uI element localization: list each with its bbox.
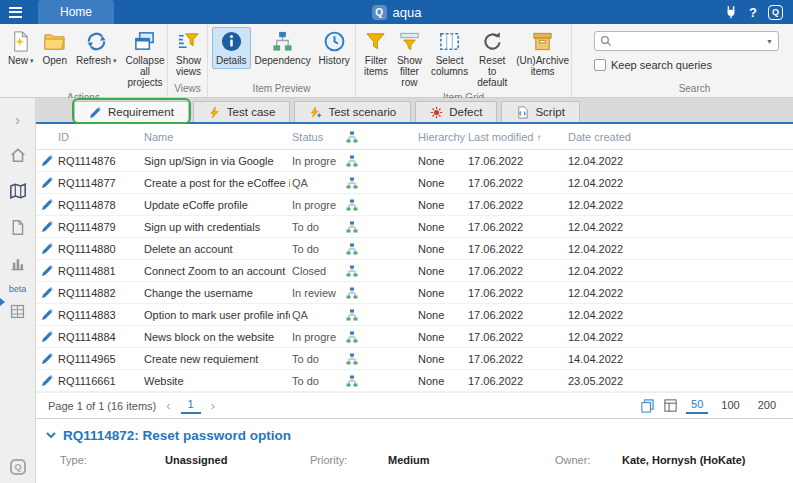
cell-hierarchy: None [416,155,466,167]
field-label-type: Type: [60,454,87,466]
column-header-name[interactable]: Name [142,131,290,143]
sidebar-item-grid-beta[interactable] [0,296,36,326]
show-filter-row-button[interactable]: Show filter row [393,27,426,92]
item-detail-panel: RQ1114872: Reset password option Type: U… [36,418,793,483]
column-header-status[interactable]: Status [290,131,336,143]
tab-requirement[interactable]: Requirement [74,101,189,122]
cell-status: In progress [290,331,336,343]
cards-view-icon[interactable] [640,398,655,413]
sidebar-item-requirements[interactable] [0,176,36,206]
cell-name: Create a post for the eCoffee invitation [142,177,290,189]
cell-name: Sign up with credentials [142,221,290,233]
next-page-icon[interactable]: › [209,398,217,413]
select-columns-button[interactable]: Select columns [427,27,472,80]
sidebar-item-home[interactable] [0,140,36,170]
aqua-app-icon[interactable]: Q [768,5,783,20]
requirement-icon [89,106,102,119]
menu-icon[interactable] [0,7,30,18]
collapse-all-projects-button[interactable]: Collapse all projects [122,27,169,92]
cell-id: RQ1114884 [56,331,142,343]
sidebar-item-reports[interactable] [0,248,36,278]
open-button[interactable]: Open [39,27,71,69]
cell-id: RQ1114880 [56,243,142,255]
keep-search-queries-checkbox[interactable] [594,59,606,71]
cell-id: RQ1114877 [56,177,142,189]
show-views-button[interactable]: Show views [172,27,205,80]
tab-test-scenario[interactable]: Test scenario [294,101,411,122]
pagination-summary: Page 1 of 1 (16 items) [48,400,156,412]
cell-hierarchy: None [416,331,466,343]
column-header-hierarchy[interactable]: Hierarchy [416,131,466,143]
page-size-200[interactable]: 200 [753,399,781,413]
table-row[interactable]: RQ1114876Sign up/Sign in via GoogleIn pr… [36,150,793,172]
tab-defect[interactable]: Defect [415,101,497,122]
column-header-last-modified[interactable]: Last modified↑ [466,131,566,143]
detail-title-row[interactable]: RQ1114872: Reset password option [46,428,793,443]
table-row[interactable]: RQ1116661WebsiteTo doNone17.06.202223.05… [36,370,793,392]
table-row[interactable]: RQ1114881Connect Zoom to an accountClose… [36,260,793,282]
dependency-icon [336,353,416,365]
cell-date-created: 12.04.2022 [566,199,678,211]
search-input-box[interactable]: ▼ [594,31,779,51]
page-size-100[interactable]: 100 [716,399,744,413]
column-header-dependency[interactable] [336,131,416,143]
cell-status: In progress [290,199,336,211]
dependency-icon [336,265,416,277]
unarchive-items-button[interactable]: (Un)Archive items [512,27,573,80]
table-row[interactable]: RQ1114877Create a post for the eCoffee i… [36,172,793,194]
new-button[interactable]: New▾ [4,27,38,69]
sidebar-expand-button[interactable]: › [0,104,36,134]
table-view-icon[interactable] [663,398,678,413]
tab-test-case[interactable]: Test case [193,101,291,122]
field-label-priority: Priority: [310,454,347,466]
search-dropdown-icon[interactable]: ▼ [766,38,773,45]
cell-last-modified: 17.06.2022 [466,375,566,387]
table-row[interactable]: RQ1114884News block on the websiteIn pro… [36,326,793,348]
dependency-button[interactable]: Dependency [252,27,314,69]
requirement-icon [36,198,56,211]
table-row[interactable]: RQ1114878Update eCoffe profileIn progres… [36,194,793,216]
ribbon: New▾ Open Refresh▾ Collapse all projects [0,24,793,98]
field-label-owner: Owner: [555,454,590,466]
cell-last-modified: 17.06.2022 [466,265,566,277]
titlebar-tab-home[interactable]: Home [38,0,114,24]
cell-id: RQ1114965 [56,353,142,365]
caret-down-icon: ▾ [30,57,34,65]
info-icon [220,30,243,53]
cell-name: Delete an account [142,243,290,255]
cell-name: Connect Zoom to an account [142,265,290,277]
previous-page-icon[interactable]: ‹ [164,398,172,413]
page-number[interactable]: 1 [181,397,201,414]
reset-to-default-button[interactable]: Reset to default [473,27,511,92]
cell-last-modified: 17.06.2022 [466,331,566,343]
table-row[interactable]: RQ1114882Change the usernameIn reviewNon… [36,282,793,304]
table-row[interactable]: RQ1114879Sign up with credentialsTo doNo… [36,216,793,238]
cell-date-created: 12.04.2022 [566,287,678,299]
search-input[interactable] [616,34,762,48]
cell-last-modified: 17.06.2022 [466,177,566,189]
table-row[interactable]: RQ1114880Delete an accountTo doNone17.06… [36,238,793,260]
cell-hierarchy: None [416,243,466,255]
cell-date-created: 12.04.2022 [566,331,678,343]
filter-items-button[interactable]: Filter items [360,27,392,80]
history-button[interactable]: History [315,27,354,69]
requirement-icon [36,176,56,189]
help-icon[interactable]: ? [749,5,757,20]
table-row[interactable]: RQ1114965Create new requiementTo doNone1… [36,348,793,370]
cell-date-created: 12.04.2022 [566,265,678,277]
integrations-plug-icon[interactable] [724,5,738,19]
tab-script[interactable]: Script [501,101,579,122]
script-icon [516,106,529,119]
sidebar-item-documents[interactable] [0,212,36,242]
ribbon-group-item-grid: Filter items Show filter row Select colu… [356,24,572,97]
details-button[interactable]: Details [212,27,251,69]
page-size-50[interactable]: 50 [686,398,708,414]
refresh-button[interactable]: Refresh▾ [72,27,121,69]
dependency-icon [336,331,416,343]
column-header-id[interactable]: ID [56,131,142,143]
table-row[interactable]: RQ1114883Option to mark user profile inf… [36,304,793,326]
cell-date-created: 12.04.2022 [566,309,678,321]
cell-name: Website [142,375,290,387]
cell-id: RQ1114883 [56,309,142,321]
column-header-date-created[interactable]: Date created [566,131,678,143]
